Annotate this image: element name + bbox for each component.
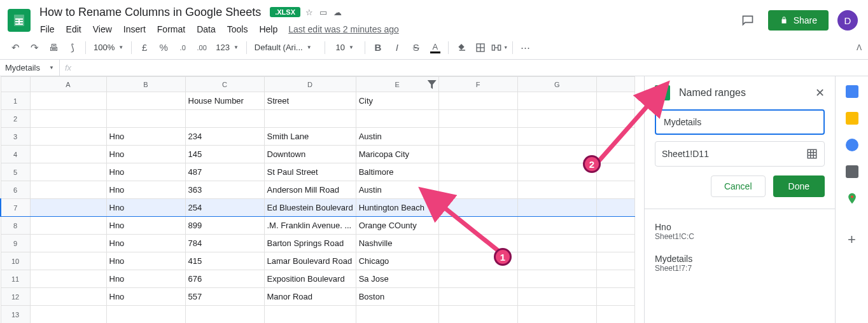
table-row[interactable]: 3Hno234Smith LaneAustin	[1, 128, 634, 146]
cell[interactable]: Austin	[356, 181, 438, 199]
cell[interactable]	[596, 270, 634, 288]
sheets-logo[interactable]	[8, 9, 31, 32]
cell[interactable]	[517, 199, 596, 217]
last-edit-link[interactable]: Last edit was 2 minutes ago	[288, 24, 399, 34]
col-header[interactable]: F	[438, 77, 517, 92]
cell[interactable]: Hno	[106, 199, 185, 217]
cell[interactable]: City	[356, 92, 438, 110]
row-header[interactable]: 1	[1, 92, 30, 110]
cell[interactable]: Hno	[106, 181, 185, 199]
cell[interactable]: Hno	[106, 235, 185, 252]
cell[interactable]	[517, 270, 596, 288]
cell[interactable]	[30, 163, 106, 181]
cell[interactable]	[30, 199, 106, 217]
spreadsheet-grid[interactable]: A B C D E F G 1House NumberStreetCity23H…	[0, 76, 635, 323]
share-button[interactable]: Share	[768, 10, 829, 31]
cell[interactable]	[438, 270, 517, 288]
table-row[interactable]: 6Hno363Anderson Mill RoadAustin	[1, 181, 634, 199]
cell[interactable]	[517, 252, 596, 270]
font-size-select[interactable]: 10▼	[329, 39, 361, 56]
cloud-icon[interactable]: ☁	[333, 8, 342, 17]
italic-icon[interactable]: I	[388, 39, 406, 57]
cell[interactable]	[30, 181, 106, 199]
cell[interactable]: 676	[185, 270, 264, 288]
cell[interactable]: Hno	[106, 217, 185, 235]
menu-file[interactable]: File	[36, 22, 59, 37]
cell[interactable]	[185, 306, 264, 324]
row-header[interactable]: 3	[1, 128, 30, 146]
cancel-button[interactable]: Cancel	[711, 175, 766, 197]
print-icon[interactable]: 🖶	[45, 39, 62, 57]
cell[interactable]	[264, 110, 356, 128]
row-header[interactable]: 8	[1, 217, 30, 235]
contacts-icon[interactable]	[846, 165, 858, 178]
cell[interactable]	[30, 110, 106, 128]
cell[interactable]: 899	[185, 217, 264, 235]
undo-icon[interactable]: ↶	[6, 39, 24, 57]
cell[interactable]	[438, 146, 517, 163]
fill-color-icon[interactable]	[452, 39, 470, 57]
row-header[interactable]: 6	[1, 181, 30, 199]
cell[interactable]	[438, 163, 517, 181]
table-row[interactable]: 12Hno557Manor RoadBoston	[1, 288, 634, 306]
cell[interactable]	[30, 306, 106, 324]
cell[interactable]	[438, 306, 517, 324]
cell[interactable]	[517, 288, 596, 306]
font-select[interactable]: Default (Ari...▼	[251, 39, 321, 56]
menu-insert[interactable]: Insert	[119, 22, 150, 37]
strikethrough-icon[interactable]: S	[407, 39, 425, 57]
cell[interactable]: Downtown	[264, 146, 356, 163]
menu-format[interactable]: Format	[153, 22, 190, 37]
cell[interactable]	[517, 146, 596, 163]
menu-data[interactable]: Data	[192, 22, 220, 37]
cell[interactable]: Hno	[106, 252, 185, 270]
col-header[interactable]: G	[517, 77, 596, 92]
cell[interactable]	[596, 146, 634, 163]
done-button[interactable]: Done	[773, 175, 825, 197]
cell[interactable]: St Paul Street	[264, 163, 356, 181]
cell[interactable]	[185, 110, 264, 128]
cell[interactable]	[106, 110, 185, 128]
table-row[interactable]: 2	[1, 110, 634, 128]
cell[interactable]	[356, 306, 438, 324]
comments-icon[interactable]	[736, 9, 759, 32]
row-header[interactable]: 10	[1, 252, 30, 270]
maps-icon[interactable]	[846, 192, 858, 205]
col-header[interactable]: B	[106, 77, 185, 92]
cell[interactable]	[596, 235, 634, 252]
table-row[interactable]: 9Hno784Barton Springs RoadNashville	[1, 235, 634, 252]
cell[interactable]: Hno	[106, 146, 185, 163]
collapse-toolbar-icon[interactable]: ᐱ	[857, 43, 862, 52]
cell[interactable]	[438, 128, 517, 146]
row-header[interactable]: 5	[1, 163, 30, 181]
table-row[interactable]: 5Hno487St Paul StreetBaltimore	[1, 163, 634, 181]
col-header[interactable]: A	[30, 77, 106, 92]
cell[interactable]: 784	[185, 235, 264, 252]
cell[interactable]	[596, 92, 634, 110]
row-header[interactable]: 4	[1, 146, 30, 163]
row-header[interactable]: 13	[1, 306, 30, 324]
cell[interactable]	[596, 252, 634, 270]
table-row[interactable]: 11Hno676Exposition BoulevardSa Jose	[1, 270, 634, 288]
paint-format-icon[interactable]: ⟆	[64, 39, 81, 57]
cell[interactable]	[517, 128, 596, 146]
named-range-item[interactable]: Hno Sheet1!C:C	[655, 216, 825, 247]
menu-help[interactable]: Help	[255, 22, 282, 37]
col-header[interactable]: E	[356, 77, 438, 92]
select-range-icon[interactable]	[806, 148, 818, 160]
cell[interactable]	[30, 92, 106, 110]
cell[interactable]	[517, 181, 596, 199]
cell[interactable]: 557	[185, 288, 264, 306]
col-header[interactable]: C	[185, 77, 264, 92]
cell[interactable]: Hno	[106, 288, 185, 306]
cell[interactable]: .M. Franklin Avenue. ...	[264, 217, 356, 235]
cell[interactable]: Lamar Boulevard Road	[264, 252, 356, 270]
cell[interactable]: Orange COunty	[356, 217, 438, 235]
redo-icon[interactable]: ↷	[25, 39, 43, 57]
table-row[interactable]: 8Hno899.M. Franklin Avenue. ...Orange CO…	[1, 217, 634, 235]
table-row[interactable]: 13	[1, 306, 634, 324]
cell[interactable]: Hno	[106, 128, 185, 146]
bold-icon[interactable]: B	[369, 39, 387, 57]
cell[interactable]	[517, 163, 596, 181]
cell[interactable]	[106, 92, 185, 110]
